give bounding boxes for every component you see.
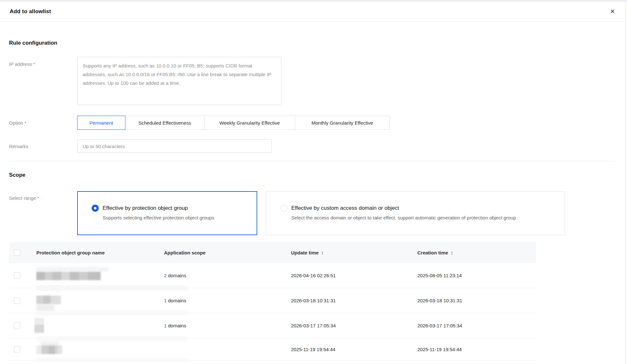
range-option-cards: Effective by protection object group Sup… bbox=[77, 191, 565, 235]
dialog-title: Add to allowlist bbox=[10, 8, 51, 15]
option-label: Option* bbox=[9, 120, 77, 126]
protection-group-name-redacted bbox=[36, 288, 164, 313]
update-time-cell: 2026-04-16 02:26:51 bbox=[291, 273, 417, 278]
select-range-label: Select range* bbox=[9, 191, 77, 235]
tab-monthly-granularity[interactable]: Monthly Granularity Effective bbox=[295, 116, 390, 130]
application-scope-cell: 1 domains bbox=[164, 298, 291, 303]
card-title: Effective by custom access domain or obj… bbox=[291, 205, 399, 211]
card-protection-object-group[interactable]: Effective by protection object group Sup… bbox=[77, 191, 257, 235]
section-scope: Scope bbox=[9, 172, 616, 179]
table-header: Protection object group name Application… bbox=[9, 242, 536, 263]
radio-unselected-icon[interactable] bbox=[280, 205, 287, 212]
ip-address-input[interactable] bbox=[77, 57, 281, 105]
section-rule-configuration: Rule configuration bbox=[9, 40, 616, 47]
creation-time-cell: 2025-08-05 11:23:14 bbox=[417, 273, 536, 278]
card-title: Effective by protection object group bbox=[103, 205, 188, 211]
creation-time-cell: 2025-11-19 19:54:44 bbox=[417, 347, 536, 352]
close-icon[interactable]: ✕ bbox=[610, 8, 615, 14]
row-checkbox[interactable] bbox=[14, 323, 20, 329]
option-row: Option* Permanent Scheduled Effectivenes… bbox=[9, 116, 616, 130]
protection-group-name-redacted bbox=[36, 263, 164, 288]
redacted-text bbox=[36, 304, 54, 311]
redacted-text bbox=[36, 336, 187, 341]
tab-permanent[interactable]: Permanent bbox=[77, 116, 125, 130]
tab-weekly-granularity[interactable]: Weekly Granularity Effective bbox=[204, 116, 295, 130]
redacted-text bbox=[36, 286, 187, 290]
protection-group-name-redacted bbox=[36, 313, 164, 338]
update-time-cell: 2026-03-17 17:05:34 bbox=[291, 323, 417, 328]
creation-time-cell: 2026-03-18 10:31:31 bbox=[417, 298, 536, 303]
sort-icon[interactable]: ↕ bbox=[321, 250, 324, 255]
dialog-header: Add to allowlist ✕ bbox=[0, 2, 625, 22]
redacted-text bbox=[36, 345, 62, 354]
remarks-label: Remarks bbox=[9, 144, 77, 149]
redacted-text bbox=[34, 318, 44, 333]
column-header-name: Protection object group name bbox=[36, 242, 164, 263]
table-row: 2025-11-19 19:54:44 2025-11-19 19:54:44 bbox=[9, 338, 536, 360]
redacted-text bbox=[36, 272, 101, 280]
update-time-cell: 2025-11-19 19:54:44 bbox=[291, 347, 417, 352]
redacted-text bbox=[36, 358, 187, 362]
sort-icon[interactable]: ↕ bbox=[451, 250, 453, 255]
table-row: 2 domains 2026-04-16 02:26:51 2025-08-05… bbox=[9, 263, 536, 288]
update-time-cell: 2026-03-18 10:31:31 bbox=[291, 298, 417, 303]
row-checkbox[interactable] bbox=[14, 297, 20, 304]
ip-address-row: IP address* bbox=[9, 57, 616, 105]
remarks-row: Remarks bbox=[9, 139, 616, 153]
section-divider bbox=[9, 161, 616, 161]
required-mark: * bbox=[24, 120, 26, 126]
tab-scheduled-effectiveness[interactable]: Scheduled Effectiveness bbox=[125, 116, 204, 130]
application-scope-cell: 1 domains bbox=[164, 323, 291, 328]
application-scope-cell: 2 domains bbox=[164, 273, 291, 278]
select-range-row: Select range* Effective by protection ob… bbox=[9, 191, 616, 235]
row-checkbox[interactable] bbox=[14, 272, 20, 279]
ip-address-label: IP address* bbox=[9, 57, 77, 105]
card-custom-access-domain[interactable]: Effective by custom access domain or obj… bbox=[266, 191, 565, 235]
card-description: Select the access domain or object to ta… bbox=[291, 215, 558, 220]
remarks-input[interactable] bbox=[77, 139, 272, 153]
creation-time-cell: 2026-03-17 17:05:34 bbox=[417, 323, 536, 328]
redacted-text bbox=[36, 296, 61, 304]
protection-group-table: Protection object group name Application… bbox=[9, 242, 536, 360]
redacted-text bbox=[36, 267, 109, 271]
scrollbar[interactable] bbox=[625, 2, 627, 364]
table-row: 1 domains 2026-03-18 10:31:31 2026-03-18… bbox=[9, 288, 536, 313]
column-header-creation-time: Creation time ↕ bbox=[417, 250, 536, 255]
column-header-application-scope: Application scope bbox=[164, 250, 291, 255]
row-checkbox[interactable] bbox=[14, 346, 20, 352]
table-row: 1 domains 2026-03-17 17:05:34 2026-03-17… bbox=[9, 313, 536, 338]
required-mark: * bbox=[33, 62, 35, 67]
radio-selected-icon[interactable] bbox=[92, 205, 99, 212]
required-mark: * bbox=[37, 196, 39, 201]
redacted-text bbox=[36, 311, 187, 315]
protection-group-name-redacted bbox=[36, 338, 164, 360]
select-all-checkbox[interactable] bbox=[14, 249, 20, 256]
column-header-update-time: Update time ↕ bbox=[291, 250, 417, 255]
option-tabs: Permanent Scheduled Effectiveness Weekly… bbox=[77, 116, 390, 130]
dialog-body: Rule configuration IP address* Option* P… bbox=[0, 22, 625, 364]
card-description: Supports selecting effective protection … bbox=[103, 215, 250, 220]
